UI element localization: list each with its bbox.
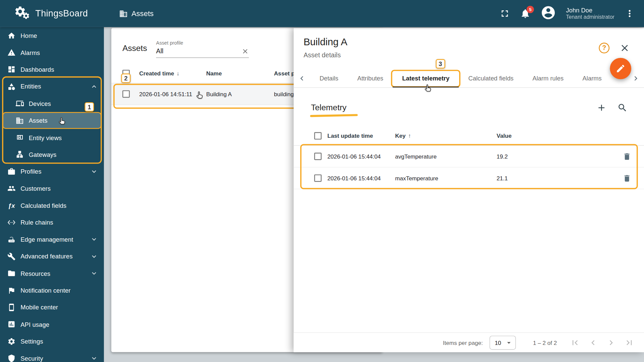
- app-name: ThingsBoard: [35, 8, 88, 19]
- sidebar-item-label: Calculated fields: [20, 202, 66, 209]
- avatar[interactable]: [541, 5, 556, 22]
- row-checkbox[interactable]: [314, 153, 322, 160]
- previous-page-button[interactable]: [584, 334, 602, 352]
- sidebar-item-customers[interactable]: Customers: [0, 180, 104, 197]
- router-icon: [7, 235, 15, 243]
- callout-1: 1: [85, 102, 94, 112]
- tab-calculated-fields[interactable]: Calculated fields: [459, 69, 523, 87]
- tab-alarms[interactable]: Alarms: [573, 69, 611, 87]
- tabs: Details Attributes Latest telemetry 3 Ca…: [310, 69, 628, 87]
- chevron-down-icon: [90, 354, 98, 362]
- next-page-button[interactable]: [602, 334, 620, 352]
- delete-telemetry-button[interactable]: [623, 174, 631, 183]
- sidebar: Home Alarms Dashboards Entities Devices …: [0, 27, 104, 362]
- column-header-value[interactable]: Value: [496, 132, 644, 139]
- column-header-created-time[interactable]: Created time ↓: [139, 70, 206, 77]
- add-telemetry-button[interactable]: [596, 103, 607, 113]
- last-page-button[interactable]: [620, 334, 638, 352]
- telemetry-table-header: Last update time Key ↑ Value: [294, 126, 644, 146]
- bar-chart-icon: [7, 320, 15, 328]
- asset-profile-filter-value: All: [156, 48, 163, 55]
- tabs-scroll-left-button[interactable]: [294, 69, 310, 87]
- chevron-down-icon: [90, 252, 98, 260]
- tab-details[interactable]: Details: [310, 69, 347, 87]
- column-header-last-update-time[interactable]: Last update time: [327, 132, 395, 139]
- drawer-title: Building A: [304, 36, 634, 48]
- sidebar-item-entities[interactable]: Entities: [0, 78, 104, 95]
- edit-fab-button[interactable]: [610, 58, 631, 79]
- sidebar-item-label: Advanced features: [20, 253, 72, 260]
- briefcase-icon: [7, 167, 15, 175]
- search-button[interactable]: [617, 103, 628, 113]
- chevron-left-icon: [588, 338, 598, 347]
- page-title: Assets: [131, 9, 154, 18]
- tab-label: Latest telemetry: [402, 75, 449, 82]
- entity-views-icon: [16, 133, 24, 141]
- sidebar-item-notification-center[interactable]: Notification center: [0, 282, 104, 299]
- warning-icon: [7, 49, 15, 57]
- delete-telemetry-button[interactable]: [623, 152, 631, 161]
- sidebar-item-dashboards[interactable]: Dashboards: [0, 61, 104, 78]
- tab-attributes[interactable]: Attributes: [348, 69, 393, 87]
- sidebar-item-label: Home: [20, 32, 37, 39]
- table-row[interactable]: 2026-01-06 15:44:04 avgTemperature 19.2: [294, 146, 644, 168]
- chevron-down-icon: [90, 269, 98, 277]
- wrench-icon: [7, 252, 15, 260]
- cell-key: maxTemperature: [395, 175, 496, 182]
- dropdown-caret-icon: [504, 339, 513, 347]
- row-checkbox[interactable]: [314, 174, 322, 182]
- sidebar-item-profiles[interactable]: Profiles: [0, 163, 104, 180]
- select-all-checkbox[interactable]: [314, 132, 322, 139]
- sidebar-item-api-usage[interactable]: API usage: [0, 316, 104, 333]
- callout-2: 2: [121, 73, 130, 83]
- sidebar-item-resources[interactable]: Resources: [0, 265, 104, 282]
- search-icon: [617, 103, 628, 113]
- sidebar-item-gateways[interactable]: Gateways: [0, 146, 104, 163]
- notifications-button[interactable]: 5: [520, 8, 531, 19]
- first-page-button[interactable]: [566, 334, 584, 352]
- page-size-select[interactable]: 10: [489, 336, 516, 350]
- top-bar: ThingsBoard Assets 5 John Doe Tenant adm…: [0, 0, 644, 27]
- cell-key: avgTemperature: [395, 153, 496, 160]
- sidebar-item-label: Security: [20, 355, 43, 362]
- sidebar-item-label: Entity views: [29, 134, 62, 141]
- sidebar-item-security[interactable]: Security: [0, 350, 104, 362]
- close-drawer-button[interactable]: [620, 43, 630, 53]
- sidebar-item-label: API usage: [20, 321, 49, 328]
- row-checkbox[interactable]: [122, 90, 130, 98]
- annotation-underline: [310, 114, 358, 117]
- tab-alarm-rules[interactable]: Alarm rules: [523, 69, 573, 87]
- sidebar-item-assets[interactable]: Assets: [2, 112, 101, 129]
- fx-icon: ƒx: [7, 202, 15, 209]
- column-label: Key: [395, 132, 406, 139]
- sidebar-item-advanced-features[interactable]: Advanced features: [0, 248, 104, 265]
- pencil-icon: [616, 64, 626, 73]
- sidebar-item-entity-views[interactable]: Entity views: [0, 129, 104, 146]
- sidebar-item-label: Settings: [20, 338, 43, 345]
- shield-icon: [7, 354, 15, 362]
- sidebar-item-edge-management[interactable]: Edge management: [0, 231, 104, 248]
- sidebar-item-calculated-fields[interactable]: ƒx Calculated fields: [0, 197, 104, 214]
- lan-icon: [16, 150, 24, 159]
- more-menu-button[interactable]: [624, 8, 635, 19]
- fullscreen-button[interactable]: [499, 8, 510, 19]
- table-row[interactable]: 2026-01-06 15:44:04 maxTemperature 21.1: [294, 168, 644, 189]
- sidebar-item-home[interactable]: Home: [0, 27, 104, 44]
- help-button[interactable]: ?: [599, 43, 609, 53]
- clear-filter-button[interactable]: [241, 48, 249, 55]
- asset-profile-filter[interactable]: Asset profile All: [156, 40, 249, 58]
- column-header-name[interactable]: Name: [206, 70, 274, 77]
- close-icon: [620, 43, 630, 53]
- logo-gear-small-icon: [22, 12, 30, 20]
- sidebar-item-label: Mobile center: [20, 304, 58, 311]
- sidebar-item-settings[interactable]: Settings: [0, 333, 104, 350]
- sidebar-item-label: Dashboards: [20, 66, 54, 73]
- column-header-key[interactable]: Key ↑: [395, 132, 496, 139]
- tab-latest-telemetry[interactable]: Latest telemetry 3: [393, 69, 459, 87]
- sidebar-item-mobile-center[interactable]: Mobile center: [0, 299, 104, 316]
- sidebar-item-rule-chains[interactable]: Rule chains: [0, 214, 104, 231]
- trash-icon: [623, 174, 631, 183]
- assets-building-icon: [16, 116, 24, 124]
- sidebar-item-alarms[interactable]: Alarms: [0, 44, 104, 61]
- home-icon: [7, 32, 15, 40]
